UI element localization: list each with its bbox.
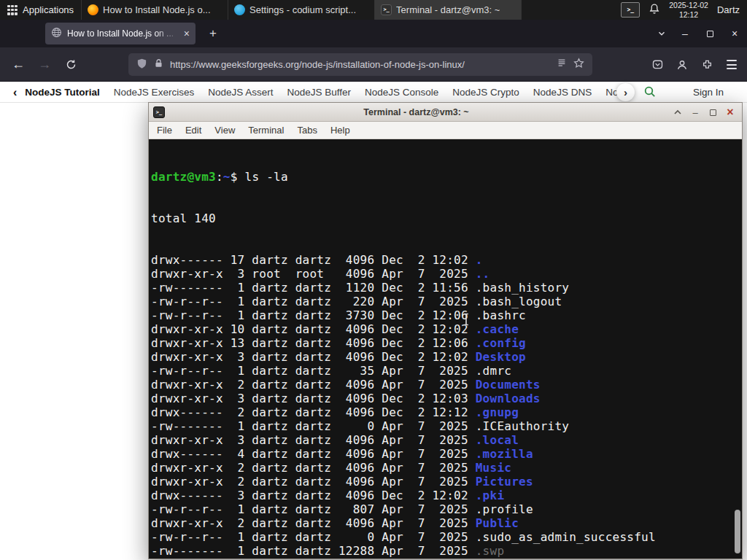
terminal-line: drwx------ 4 dartz dartz 4096 Apr 7 2025… [151,447,742,461]
file-name: .cache [476,322,519,336]
terminal-line: drwxr-xr-x 2 dartz dartz 4096 Apr 7 2025… [151,516,742,530]
window-minimize-button[interactable]: – [673,20,697,47]
terminal-rollup-button[interactable] [669,104,686,120]
terminal-line: drwxr-xr-x 2 dartz dartz 4096 Apr 7 2025… [151,475,742,489]
forward-button[interactable]: → [34,53,55,76]
terminal-prompt-line: dartz@vm3:~$ ls -la [151,170,742,184]
lock-icon[interactable] [154,58,163,71]
terminal-menu-edit[interactable]: Edit [179,125,208,136]
extensions-puzzle-icon[interactable] [694,53,719,76]
terminal-window-controls: – × [669,103,739,122]
file-name: Documents [476,378,541,392]
terminal-line: drwxr-xr-x 2 dartz dartz 4096 Apr 7 2025… [151,461,742,475]
window-close-button[interactable]: × [722,20,747,47]
back-button[interactable]: ← [7,53,29,76]
gfg-nav-item[interactable]: NodeJS Crypto [452,87,519,98]
taskbar-clock[interactable]: 2025-12-02 12:12 [669,1,708,19]
terminal-line: drwxr-xr-x 3 dartz dartz 4096 Dec 2 12:0… [151,350,742,364]
terminal-titlebar[interactable]: >_ Terminal - dartz@vm3: ~ – × [149,103,742,122]
list-all-tabs-icon[interactable] [651,29,673,38]
gfg-nav-item[interactable]: NodeJS Console [365,87,438,98]
codium-icon [234,4,245,15]
gfg-nav-item[interactable]: NodeJS Assert [208,87,273,98]
terminal-line: drwxr-xr-x 3 root root 4096 Apr 7 2025 .… [151,267,742,281]
applications-label: Applications [23,4,74,15]
terminal-window: >_ Terminal - dartz@vm3: ~ – × FileEditV… [148,102,743,559]
gfg-nav-items: ‹ NodeJS TutorialNodeJS ExercisesNodeJS … [0,82,619,103]
file-name: . [476,253,483,267]
terminal-line: drwx------ 3 dartz dartz 4096 Dec 2 12:0… [151,489,742,502]
tracking-shield-icon[interactable] [136,58,147,72]
terminal-line: -rw------- 1 dartz dartz 1120 Dec 2 11:5… [151,281,742,295]
notification-bell-icon[interactable] [649,3,660,17]
terminal-line: -rw------- 1 dartz dartz 0 Apr 7 2025 .I… [151,419,742,433]
taskbar-window-title: Settings - codium script... [249,4,356,15]
file-name: .pki [476,489,505,502]
file-name: .bash_logout [476,295,562,308]
url-text[interactable]: https://www.geeksforgeeks.org/node-js/in… [170,59,550,70]
tab-close-icon[interactable]: × [184,28,190,39]
nav-scroll-right-button[interactable]: › [616,83,635,101]
reader-mode-icon[interactable] [557,58,567,71]
gfg-nav-item[interactable]: NodeJS Tutorial [25,87,100,98]
mouse-ibeam-cursor [462,313,471,329]
account-icon[interactable] [670,53,694,76]
tray-terminal-icon[interactable]: >_ [621,2,640,18]
terminal-line: -rw-r--r-- 1 dartz dartz 0 Apr 7 2025 .s… [151,530,742,544]
terminal-line: drwxr-xr-x 2 dartz dartz 4096 Apr 7 2025… [151,558,742,559]
sign-in-button[interactable]: Sign In [686,85,731,99]
terminal-line: -rw-r--r-- 1 dartz dartz 3730 Dec 2 12:0… [151,308,742,322]
tab-favicon-globe-icon [51,27,62,40]
search-icon[interactable] [643,85,657,101]
gfg-nav-item[interactable]: NodeJS DNS [533,87,592,98]
terminal-window-title: Terminal - dartz@vm3: ~ [149,107,684,117]
terminal-minimize-button[interactable]: – [686,104,704,120]
url-bar[interactable]: https://www.geeksforgeeks.org/node-js/in… [128,53,592,76]
terminal-close-button[interactable]: × [721,104,739,120]
terminal-line: -rw-r--r-- 1 dartz dartz 807 Apr 7 2025 … [151,502,742,516]
new-tab-button[interactable]: + [204,25,222,42]
file-name: .dmrc [476,364,511,378]
terminal-menu-help[interactable]: Help [324,125,357,136]
gfg-nav-item[interactable]: NodeJS Exercises [114,87,194,98]
taskbar-window-button[interactable]: Settings - codium script... [228,0,375,20]
terminal-menu-tabs[interactable]: Tabs [290,125,323,136]
browser-toolbar: ← → https://www.geeksforgeeks.org/node-j… [0,47,747,82]
terminal-menu-terminal[interactable]: Terminal [241,125,290,136]
terminal-line: -rw-r--r-- 1 dartz dartz 35 Apr 7 2025 .… [151,364,742,378]
terminal-line: drwxr-xr-x 2 dartz dartz 4096 Apr 7 2025… [151,378,742,392]
terminal-menu-view[interactable]: View [208,125,241,136]
menu-hamburger-icon[interactable] [719,53,744,76]
file-name: .gnupg [476,405,519,419]
taskbar-window-button[interactable]: How to Install Node.js o... [82,0,228,20]
bookmark-star-icon[interactable] [573,58,584,71]
firefox-icon [88,4,98,15]
pocket-icon[interactable] [645,53,670,76]
file-name: Templates [476,558,541,559]
file-name: .profile [476,502,533,516]
file-name: .local [476,433,519,447]
reload-button[interactable] [60,53,82,76]
applications-icon [7,5,18,15]
browser-tab[interactable]: How to Install Node.js on ... × [45,23,196,44]
terminal-scrollbar[interactable] [734,142,741,557]
file-name: .. [476,267,490,281]
maximize-icon [710,109,716,116]
terminal-line: drwx------ 17 dartz dartz 4096 Dec 2 12:… [151,253,742,267]
gfg-nav-item[interactable]: NodeJS Buffer [287,87,351,98]
taskbar-window-button[interactable]: >_Terminal - dartz@vm3: ~ [375,0,522,20]
terminal-menu-file[interactable]: File [150,125,179,136]
file-name: .bash_history [476,281,569,295]
terminal-maximize-button[interactable] [704,104,721,120]
file-name: .config [476,336,526,350]
applications-menu-button[interactable]: Applications [0,0,82,20]
terminal-output[interactable]: dartz@vm3:~$ ls -la total 140 drwx------… [149,141,742,559]
terminal-line: drwxr-xr-x 13 dartz dartz 4096 Dec 2 12:… [151,336,742,350]
browser-tab-bar: How to Install Node.js on ... × + – × [0,20,747,47]
terminal-scrollbar-thumb[interactable] [735,510,740,553]
terminal-icon: >_ [381,4,392,15]
window-restore-button[interactable] [697,20,722,47]
tab-title: How to Install Node.js on ... [67,28,179,39]
nav-scroll-left-icon[interactable]: ‹ [13,86,17,99]
terminal-line: drwxr-xr-x 3 dartz dartz 4096 Apr 7 2025… [151,433,742,447]
